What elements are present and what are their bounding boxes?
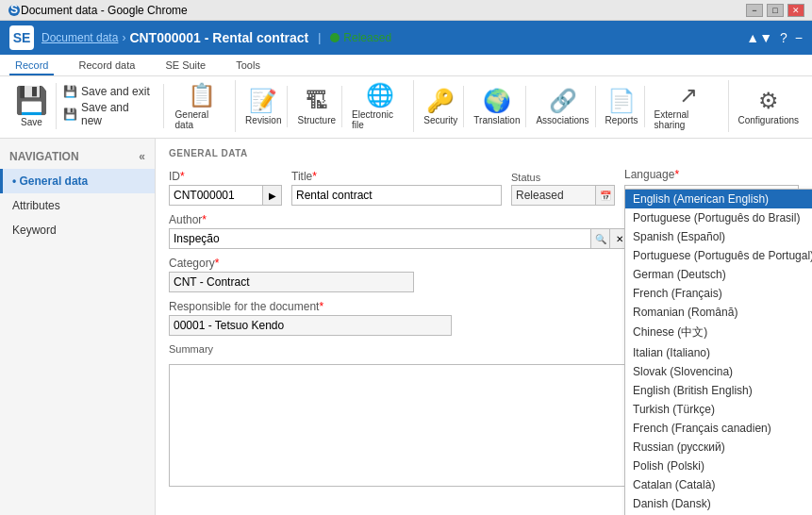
sidebar-item-attributes[interactable]: Attributes xyxy=(0,193,155,218)
save-new-icon: 💾 xyxy=(63,108,77,121)
id-label: ID* xyxy=(169,170,282,183)
author-input[interactable] xyxy=(169,228,591,249)
lang-option-ca[interactable]: Catalan (Català) xyxy=(625,475,812,494)
lang-option-pt-br[interactable]: Portuguese (Português do Brasil) xyxy=(625,208,812,227)
electronic-file-icon: 🌐 xyxy=(366,82,394,108)
reports-icon: 📄 xyxy=(607,88,636,114)
lang-option-en-us[interactable]: English (American English) xyxy=(625,190,812,208)
title-bar-icon: S xyxy=(8,4,21,17)
lang-option-tr[interactable]: Turkish (Türkçe) xyxy=(625,400,812,419)
status-input xyxy=(511,185,596,206)
status-icon: 📅 xyxy=(596,185,615,206)
save-new-label: Save and new xyxy=(81,101,153,127)
sidebar-item-general-data[interactable]: • General data xyxy=(0,169,155,193)
lang-option-it[interactable]: Italian (Italiano) xyxy=(625,343,812,362)
header-right: ▲▼ ? − xyxy=(746,30,803,45)
lang-option-pt-pt[interactable]: Portuguese (Português de Portugal) xyxy=(625,246,812,265)
svg-text:S: S xyxy=(10,4,18,16)
minimize-app-icon[interactable]: − xyxy=(795,30,803,45)
revision-button[interactable]: 📝 Revision xyxy=(240,86,288,127)
close-button[interactable]: ✕ xyxy=(787,4,804,17)
lang-option-ru[interactable]: Russian (русский) xyxy=(625,438,812,457)
id-field: ID* ▶ xyxy=(169,170,282,206)
form-row-1: ID* ▶ Title* Status 📅 xyxy=(169,168,799,206)
id-arrow-button[interactable]: ▶ xyxy=(263,185,282,206)
sidebar-item-general-data-label: • General data xyxy=(12,174,88,188)
content-title: GENERAL DATA xyxy=(169,148,799,158)
external-sharing-button[interactable]: ↗ External sharing xyxy=(649,80,729,132)
lang-option-sk[interactable]: Slovak (Slovencina) xyxy=(625,362,812,381)
lang-option-de[interactable]: German (Deutsch) xyxy=(625,265,812,284)
content: GENERAL DATA ID* ▶ Title* xyxy=(156,139,812,515)
configurations-label: Configurations xyxy=(738,115,799,125)
status-dot xyxy=(330,33,340,42)
author-search-icon[interactable]: 🔍 xyxy=(591,228,610,249)
status-text: Released xyxy=(343,31,391,44)
lang-option-es[interactable]: Spanish (Español) xyxy=(625,227,812,246)
save-label: Save xyxy=(21,117,42,127)
security-button[interactable]: 🔑 Security xyxy=(418,86,464,127)
maximize-button[interactable]: □ xyxy=(767,4,784,17)
id-input[interactable] xyxy=(169,185,263,206)
tab-record-data[interactable]: Record data xyxy=(73,57,141,75)
language-label: Language* xyxy=(624,168,799,181)
app-logo: SE xyxy=(9,25,34,50)
minimize-button[interactable]: − xyxy=(746,4,763,17)
language-dropdown-menu[interactable]: English (American English) Portuguese (P… xyxy=(624,189,812,515)
title-input[interactable] xyxy=(291,185,502,206)
translation-label: Translation xyxy=(473,115,520,125)
configurations-icon: ⚙ xyxy=(758,88,779,114)
status-field: Status 📅 xyxy=(511,172,615,206)
lang-option-zh[interactable]: Chinese (中文) xyxy=(625,322,812,343)
title-label: Title* xyxy=(291,170,502,183)
save-new-button[interactable]: 💾 Save and new xyxy=(60,100,156,128)
general-data-button[interactable]: 📋 General data xyxy=(170,80,237,132)
tab-record[interactable]: Record xyxy=(9,57,54,75)
translation-button[interactable]: 🌍 Translation xyxy=(468,86,526,127)
responsible-field: Responsible for the document* xyxy=(169,300,452,336)
toolbar-buttons: 💾 Save 💾 Save and exit 💾 Save and new 📋 … xyxy=(0,76,812,136)
lang-option-fr-ca[interactable]: French (Français canadien) xyxy=(625,419,812,438)
sidebar-title: NAVIGATION « xyxy=(0,146,155,169)
revision-label: Revision xyxy=(245,115,281,125)
sidebar-nav-label: NAVIGATION xyxy=(9,150,79,163)
external-sharing-icon: ↗ xyxy=(679,82,698,108)
security-icon: 🔑 xyxy=(426,88,455,114)
tab-se-suite[interactable]: SE Suite xyxy=(159,57,211,75)
author-field: Author* 🔍 ✕ xyxy=(169,213,629,249)
lang-option-ro[interactable]: Romanian (Română) xyxy=(625,303,812,322)
reports-button[interactable]: 📄 Reports xyxy=(600,86,645,127)
help-icon[interactable]: ? xyxy=(780,30,787,45)
translation-icon: 🌍 xyxy=(483,88,511,114)
sort-icon[interactable]: ▲▼ xyxy=(746,30,772,45)
save-icon: 💾 xyxy=(15,85,48,116)
breadcrumb-sep: › xyxy=(122,31,125,44)
main: NAVIGATION « • General data Attributes K… xyxy=(0,139,812,515)
save-exit-button[interactable]: 💾 Save and exit xyxy=(60,84,156,99)
tab-tools[interactable]: Tools xyxy=(230,57,266,75)
general-data-label: General data xyxy=(175,109,230,130)
lang-option-pl[interactable]: Polish (Polski) xyxy=(625,457,812,475)
sidebar: NAVIGATION « • General data Attributes K… xyxy=(0,139,156,515)
structure-button[interactable]: 🏗 Structure xyxy=(291,86,342,127)
external-sharing-label: External sharing xyxy=(655,109,722,130)
save-button[interactable]: 💾 Save xyxy=(8,83,57,129)
lang-option-fr[interactable]: French (Français) xyxy=(625,284,812,303)
configurations-button[interactable]: ⚙ Configurations xyxy=(733,86,804,127)
associations-label: Associations xyxy=(536,115,588,125)
collapse-icon[interactable]: « xyxy=(139,150,145,163)
lang-option-da[interactable]: Danish (Dansk) xyxy=(625,494,812,513)
save-group: 💾 Save and exit 💾 Save and new xyxy=(60,84,164,128)
sidebar-item-keyword[interactable]: Keyword xyxy=(0,218,155,242)
electronic-file-button[interactable]: 🌐 Electronic file xyxy=(346,80,414,132)
breadcrumb-current: CNT000001 - Rental contract xyxy=(129,30,308,45)
reports-label: Reports xyxy=(605,115,638,125)
associations-button[interactable]: 🔗 Associations xyxy=(530,86,595,127)
app-header: SE Document data › CNT000001 - Rental co… xyxy=(0,21,812,55)
category-field: Category* xyxy=(169,257,414,292)
breadcrumb-link[interactable]: Document data xyxy=(41,31,118,44)
toolbar: Record Record data SE Suite Tools 💾 Save… xyxy=(0,55,812,139)
lang-option-en-gb[interactable]: English (British English) xyxy=(625,381,812,400)
responsible-label: Responsible for the document* xyxy=(169,300,452,313)
breadcrumb: Document data › CNT000001 - Rental contr… xyxy=(41,30,391,45)
